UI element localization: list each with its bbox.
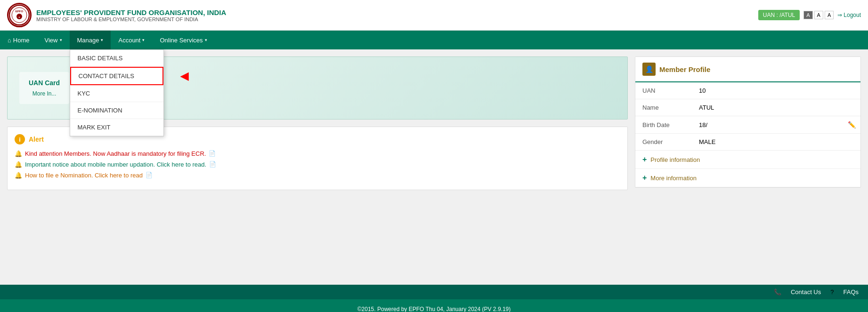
uan-label: UAN (635, 82, 692, 99)
nav-account[interactable]: Account ▾ (111, 31, 152, 49)
profile-row-gender: Gender MALE (635, 134, 860, 151)
logout-button[interactable]: ⇒ Logout (837, 12, 861, 18)
online-services-dropdown-icon: ▾ (205, 38, 207, 42)
faqs-link[interactable]: FAQs (843, 288, 859, 296)
profile-table: UAN 10 Name ATUL Birth Date 18/ ✏️ (635, 82, 860, 151)
gender-label: Gender (635, 134, 692, 151)
profile-title: Member Profile (659, 65, 710, 73)
bell-icon-3: 🔔 (15, 172, 22, 179)
profile-row-birthdate: Birth Date 18/ ✏️ (635, 116, 860, 134)
bell-icon-1: 🔔 (15, 150, 22, 157)
right-panel: 👤 Member Profile UAN 10 Name ATUL Birth … (635, 56, 861, 278)
alert-item-1: 🔔 Kind attention Members. Now Aadhaar is… (15, 150, 620, 157)
navbar: ⌂ Home View ▾ Manage ▾ BASIC DETAILS CON… (0, 31, 868, 49)
more-information-row[interactable]: + More information (635, 169, 860, 187)
logout-icon: ⇒ (837, 12, 842, 18)
org-info: EPFO ★ EMPLOYEES' PROVIDENT FUND ORGANIS… (7, 3, 226, 27)
gender-value: MALE (692, 134, 795, 151)
member-profile: 👤 Member Profile UAN 10 Name ATUL Birth … (635, 56, 861, 188)
info-icon: i (15, 134, 25, 144)
uan-card-section: UAN Card More In... (19, 72, 69, 104)
name-label: Name (635, 99, 692, 116)
font-medium-btn[interactable]: A (814, 11, 823, 19)
dropdown-mark-exit[interactable]: MARK EXIT (70, 119, 163, 136)
org-text: EMPLOYEES' PROVIDENT FUND ORGANISATION, … (36, 8, 226, 22)
pdf-icon-3[interactable]: 📄 (146, 172, 153, 178)
alert-item-2: 🔔 Important notice about mobile number u… (15, 161, 620, 168)
profile-header: 👤 Member Profile (635, 57, 860, 82)
org-sub: MINISTRY OF LABOUR & EMPLOYMENT, GOVERNM… (36, 16, 226, 22)
svg-text:★: ★ (18, 16, 20, 18)
profile-person-icon: 👤 (642, 63, 656, 76)
name-value: ATUL (692, 99, 795, 116)
top-right: UAN : /ATUL A A A ⇒ Logout (758, 10, 861, 20)
nav-manage[interactable]: Manage ▾ BASIC DETAILS CONTACT DETAILS ◀… (70, 31, 111, 49)
profile-information-row[interactable]: + Profile information (635, 151, 860, 169)
profile-row-name: Name ATUL (635, 99, 860, 116)
nav-view[interactable]: View ▾ (37, 31, 70, 49)
plus-icon-2: + (642, 174, 647, 182)
birthdate-value: 18/ (692, 116, 795, 134)
uan-value: 10 (692, 82, 795, 99)
svg-text:EPFO: EPFO (16, 10, 24, 13)
font-small-btn[interactable]: A (803, 11, 812, 19)
font-large-btn[interactable]: A (825, 11, 834, 19)
alert-text-3: How to file e Nomination. Click here to … (25, 172, 143, 179)
pdf-icon-2[interactable]: 📄 (209, 161, 216, 168)
account-dropdown-icon: ▾ (142, 38, 145, 42)
contact-us-icon: 📞 (774, 288, 781, 296)
profile-information-label: Profile information (650, 156, 700, 163)
alert-text-2: Important notice about mobile number upd… (25, 161, 206, 168)
uan-card-title: UAN Card (29, 79, 60, 87)
plus-icon-1: + (642, 155, 647, 164)
top-bar: EPFO ★ EMPLOYEES' PROVIDENT FUND ORGANIS… (0, 0, 868, 31)
org-name: EMPLOYEES' PROVIDENT FUND ORGANISATION, … (36, 8, 226, 16)
uan-badge: UAN : /ATUL (758, 10, 800, 20)
uan-card-more[interactable]: More In... (32, 90, 57, 97)
home-icon: ⌂ (8, 37, 11, 44)
profile-row-uan: UAN 10 (635, 82, 860, 99)
more-information-label: More information (650, 175, 697, 182)
footer-links-bar: 📞 Contact Us ? FAQs (0, 285, 868, 299)
contact-us-link[interactable]: Contact Us (791, 288, 821, 296)
footer: ©2015. Powered by EPFO Thu 04, January 2… (0, 299, 868, 312)
nav-online-services[interactable]: Online Services ▾ (152, 31, 214, 49)
edit-birthdate-icon[interactable]: ✏️ (848, 121, 856, 128)
footer-copyright: ©2015. Powered by EPFO Thu 04, January 2… (6, 305, 862, 312)
bell-icon-2: 🔔 (15, 161, 22, 168)
alert-title: Alert (29, 136, 44, 143)
view-dropdown-icon: ▾ (60, 38, 62, 42)
alert-text-1: Kind attention Members. Now Aadhaar is m… (25, 150, 206, 157)
dropdown-kyc[interactable]: KYC (70, 85, 163, 102)
manage-dropdown: BASIC DETAILS CONTACT DETAILS ◀ KYC E-NO… (70, 49, 164, 136)
manage-dropdown-icon: ▾ (101, 38, 103, 42)
arrow-indicator: ◀ (180, 70, 188, 82)
birthdate-label: Birth Date (635, 116, 692, 134)
pdf-icon-1[interactable]: 📄 (209, 150, 216, 157)
alert-item-3: 🔔 How to file e Nomination. Click here t… (15, 172, 620, 179)
nav-home[interactable]: ⌂ Home (0, 31, 37, 49)
dropdown-e-nomination[interactable]: E-NOMINATION (70, 102, 163, 119)
dropdown-contact-details[interactable]: CONTACT DETAILS ◀ (70, 67, 163, 85)
faqs-icon: ? (830, 288, 834, 296)
font-controls: A A A (803, 11, 834, 19)
dropdown-basic-details[interactable]: BASIC DETAILS (70, 50, 163, 67)
org-logo: EPFO ★ (7, 3, 32, 27)
